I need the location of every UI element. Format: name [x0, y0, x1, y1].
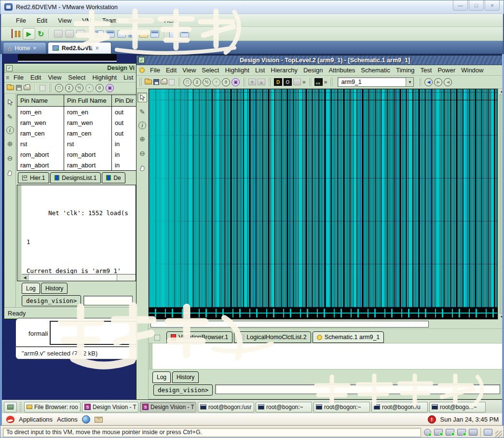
- dvm-menu-schematic[interactable]: Schematic: [358, 66, 393, 75]
- disabled-tool-icon[interactable]: [293, 79, 301, 85]
- snapshot-button[interactable]: [54, 30, 63, 38]
- zoom-out-icon[interactable]: ⊖: [5, 153, 15, 163]
- dvm-menu-list[interactable]: List: [252, 66, 268, 75]
- zoom-2x-icon[interactable]: 2: [193, 78, 201, 86]
- maximize-button[interactable]: □: [469, 0, 484, 11]
- dvl-menu-edit[interactable]: Edit: [27, 73, 44, 82]
- command-input[interactable]: [215, 384, 500, 394]
- taskbar-item-terminal-2[interactable]: root@bogon:~: [256, 402, 312, 412]
- dvl-menu-list[interactable]: List: [120, 73, 136, 82]
- pencil-icon[interactable]: ✎: [5, 112, 15, 122]
- zoom-zero-icon[interactable]: 0: [95, 84, 104, 92]
- zoom-2x-icon[interactable]: 2: [65, 84, 73, 92]
- dvl-titlebar[interactable]: ✓ Design Vi: [4, 64, 137, 73]
- cell[interactable]: out: [112, 117, 135, 128]
- unity-button[interactable]: [139, 30, 148, 38]
- cell[interactable]: rom_en: [64, 107, 112, 117]
- suspend-button[interactable]: [15, 31, 20, 37]
- horizontal-scrollbar[interactable]: ◀: [22, 274, 136, 281]
- capture-button[interactable]: [180, 30, 189, 38]
- cell[interactable]: out: [112, 107, 135, 117]
- pull-up-icon[interactable]: ▲: [258, 79, 265, 85]
- scrollbar-track[interactable]: [150, 321, 429, 328]
- print-icon[interactable]: [161, 80, 167, 84]
- snapshot-manager-button[interactable]: [76, 30, 85, 38]
- print-icon[interactable]: [24, 85, 30, 90]
- tab-close-icon[interactable]: ×: [95, 45, 99, 52]
- more-tools-icon[interactable]: »: [302, 79, 306, 85]
- dock-handle[interactable]: [309, 78, 312, 86]
- resize-grip[interactable]: [495, 431, 502, 438]
- dvm-menu-edit[interactable]: Edit: [163, 66, 179, 75]
- window-menu-icon[interactable]: ✓: [6, 65, 13, 71]
- tab-schematic[interactable]: Schematic.1 arm9_1: [313, 331, 384, 343]
- zoom-full-icon[interactable]: □: [55, 84, 63, 92]
- zoom-fit-icon[interactable]: ▣: [232, 78, 240, 86]
- command-input[interactable]: [83, 296, 133, 305]
- zoom-fit-icon[interactable]: ▣: [106, 84, 114, 92]
- info-icon[interactable]: i: [138, 122, 146, 129]
- pan-hand-icon[interactable]: [137, 163, 147, 173]
- design-d-icon[interactable]: D: [274, 78, 282, 86]
- zoom-in-icon[interactable]: ⊕: [137, 134, 147, 144]
- dvl-menu-file[interactable]: File: [10, 73, 27, 82]
- message-log-icon[interactable]: [484, 429, 492, 436]
- table-row[interactable]: ram_wen ram_wen out: [17, 117, 136, 128]
- network-device-icon[interactable]: [446, 429, 454, 436]
- reset-button[interactable]: ↻: [38, 29, 44, 39]
- clock[interactable]: Sun Jan 24, 3:45 PM: [440, 416, 499, 423]
- table-row[interactable]: rst rst in: [17, 138, 136, 149]
- taskbar-item-design-vision-1[interactable]: S Design Vision - T: [82, 402, 138, 412]
- pull-down-icon[interactable]: ▼: [248, 79, 256, 85]
- table-row[interactable]: rom_en rom_en out: [17, 107, 136, 117]
- dock-handle[interactable]: [243, 78, 245, 86]
- cell[interactable]: in: [112, 160, 135, 170]
- schematic-cells[interactable]: [149, 89, 497, 307]
- show-desktop-button[interactable]: [4, 402, 17, 412]
- tab-de-clipped[interactable]: De: [102, 172, 125, 183]
- select-cursor-icon[interactable]: [137, 93, 147, 102]
- schematic-tool-icon[interactable]: [314, 78, 323, 86]
- info-icon[interactable]: i: [6, 126, 14, 134]
- dvm-menu-power[interactable]: Power: [435, 66, 458, 75]
- tab-history[interactable]: History: [41, 283, 68, 294]
- web-browser-icon[interactable]: [82, 415, 90, 424]
- alert-notification-icon[interactable]: !: [428, 415, 436, 424]
- revert-snapshot-button[interactable]: [65, 30, 74, 38]
- cell[interactable]: in: [112, 138, 135, 149]
- tab-designs-list[interactable]: DesignsList.1: [50, 172, 101, 183]
- dvm-menu-design[interactable]: Design: [300, 66, 326, 75]
- taskbar-item-design-vision-2[interactable]: S Design Vision - T: [140, 402, 196, 412]
- nav-extra-icon[interactable]: ◀: [444, 78, 452, 86]
- schematic-hscroll[interactable]: [149, 319, 503, 329]
- schematic-canvas[interactable]: [149, 89, 498, 319]
- quick-switch-button[interactable]: [169, 30, 178, 38]
- zoom-full-icon[interactable]: □: [183, 78, 191, 86]
- dvm-menu-attributes[interactable]: Attributes: [326, 66, 358, 75]
- menu-team[interactable]: Team: [97, 15, 123, 26]
- forward-icon[interactable]: ▶: [434, 78, 442, 86]
- dvm-menu-window[interactable]: Window: [458, 66, 486, 75]
- cell[interactable]: ram_cen: [17, 128, 64, 138]
- col-pin-full-name[interactable]: Pin Full Name: [64, 95, 112, 106]
- prompt-button[interactable]: design_vision>: [153, 384, 213, 396]
- menu-file[interactable]: File: [11, 15, 31, 26]
- fullscreen-button[interactable]: [150, 30, 159, 38]
- splitter-handle[interactable]: [17, 185, 22, 281]
- cell[interactable]: ram_cen: [64, 128, 112, 138]
- menu-edit[interactable]: Edit: [31, 15, 53, 26]
- open-icon[interactable]: [7, 85, 14, 90]
- back-icon[interactable]: ◀: [424, 78, 433, 86]
- cell[interactable]: ram_wen: [64, 117, 112, 128]
- dock-handle[interactable]: [139, 78, 142, 86]
- cell[interactable]: in: [112, 149, 135, 160]
- tab-violation-browser[interactable]: ViolationBrowser.1: [166, 331, 232, 343]
- more-tools-icon[interactable]: »: [324, 79, 327, 85]
- dock-handle[interactable]: [330, 78, 333, 86]
- actions-menu[interactable]: Actions: [57, 416, 78, 423]
- splitter-handle[interactable]: [149, 343, 153, 369]
- panel-handle[interactable]: [19, 402, 22, 412]
- menu-windows[interactable]: Windows: [123, 15, 159, 26]
- prompt-button[interactable]: design_vision>: [22, 295, 81, 306]
- tab-home[interactable]: ⌂ Home ×: [3, 42, 46, 54]
